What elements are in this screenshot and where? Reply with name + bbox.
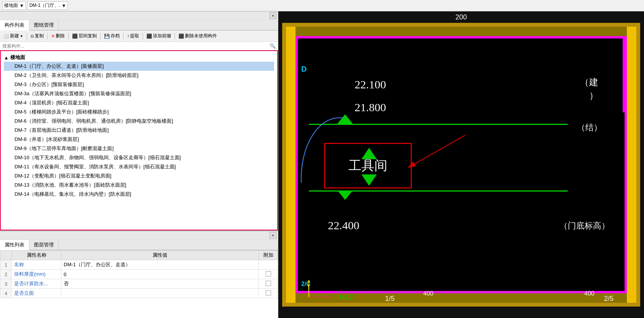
sep7 [175,33,175,40]
list-item[interactable]: DM-4（顶层机房）[细石混凝土面] [4,98,274,107]
top-bar: 楼地面 ▼ DM-1（门厅、. ▼ [0,0,644,11]
tab-attribute-list[interactable]: 属性列表 [0,240,29,250]
sep3 [68,33,69,40]
bottom-panel-close[interactable]: × [270,232,276,239]
new-icon: ⬜ [3,34,9,39]
floor-arrow: ▼ [19,3,24,8]
delete-button[interactable]: ✕ 删除 [49,32,67,40]
component-label: DM-1（门厅、. [29,2,60,9]
svg-marker-2 [361,174,377,186]
component-dropdown[interactable]: DM-1（门厅、. ▼ [27,2,68,10]
cad-right-strip [627,27,636,303]
search-bar: 🔍 [0,42,278,50]
cad-coord-axes: X Y [307,280,330,299]
sep5 [123,33,124,40]
attr-value[interactable]: 0 [61,270,259,279]
sep4 [100,33,101,40]
attr-name: 是否立面 [12,289,61,298]
cad-text-400-left: 400 [423,290,434,297]
list-item[interactable]: DM-13（消防水池、雨水蓄水池等）[面砖防水面层] [4,181,274,190]
cad-canvas: 200 D 22.100 （建 ） 21.800 （结） [278,11,644,318]
component-arrow: ▼ [62,3,66,8]
cad-panel[interactable]: 200 D 22.100 （建 ） 21.800 （结） [278,11,644,318]
checkbox[interactable] [266,281,271,286]
cad-dim-line [336,292,587,292]
svg-text:Y: Y [307,283,310,288]
floor-label: 楼地面 [4,2,18,9]
add-prefix-button[interactable]: ⬛ 添加前缀 [145,32,173,40]
col-header-attach: 附加 [259,251,278,260]
save-button[interactable]: 💾 存档 [102,32,122,40]
copy-button[interactable]: ⧉ 复制 [29,32,46,40]
new-button[interactable]: ⬜ 新建 ▼ [2,32,25,40]
list-item[interactable]: DM-3（办公区）[预留装修面层] [4,80,274,89]
tab-drawing-management[interactable]: 图纸管理 [29,20,59,30]
attr-value[interactable]: 否 [61,279,259,289]
delete-icon: ✕ [51,34,55,39]
svg-marker-8 [308,280,310,282]
checkbox[interactable] [266,290,271,296]
floor-dropdown[interactable]: 楼地面 ▼ [2,2,26,10]
svg-marker-3 [337,190,353,200]
delete-unused-button[interactable]: ⬛ 删除未使用构件 [177,32,219,40]
delete-unused-icon: ⬛ [178,34,184,39]
checkbox[interactable] [266,271,271,276]
extract-icon: ↑ [127,34,129,39]
attr-value[interactable] [61,289,259,298]
tree-root-label[interactable]: ▲ 楼地面 [4,53,274,62]
attr-attach [259,279,278,289]
cad-text-door-bottom: （门底标高） [559,220,610,232]
main-content: × 构件列表 图纸管理 ⬜ 新建 ▼ ⧉ 复制 ✕ 删除 [0,11,644,318]
list-item[interactable]: DM-8（井道）[水泥砂浆面层] [4,135,274,144]
room-copy-icon: ⬛ [72,34,78,39]
cad-left-strip [286,27,296,303]
list-item[interactable]: DM-6（消控室、强弱电间、弱电机房、通信机房）[防静电架空地板楼面] [4,117,274,126]
list-item[interactable]: DM-5（楼梯间踏步及平台）[面砖楼梯踏步] [4,107,274,117]
svg-text:X: X [329,295,330,299]
row-num: 1 [0,260,12,270]
col-header-num [0,251,12,260]
col-header-name: 属性名称 [12,251,61,260]
search-input[interactable] [2,43,270,49]
col-header-value: 属性值 [61,251,259,260]
search-icon[interactable]: 🔍 [270,43,276,49]
tab-component-list[interactable]: 构件列表 [0,20,29,30]
row-num: 4 [0,289,12,298]
attribute-table: 属性名称 属性值 附加 1 名称 DM-1（门厅、办公区、走道） [0,250,278,318]
row-num: 2 [0,270,12,279]
cad-text-m12: M1.2 [339,294,353,301]
attr-attach [259,260,278,270]
attr-attach [259,270,278,279]
bottom-close-row: × [0,231,278,240]
list-item[interactable]: DM-12（变配电房）[细石混凝土变配电房面] [4,171,274,181]
attr-name: 块料厚度(mm) [12,270,61,279]
extract-button[interactable]: ↑ 提取 [125,32,141,40]
table-row: 4 是否立面 [0,289,278,298]
panel-close-row: × [0,11,278,20]
cad-text-2-5: 2/5 [604,295,613,303]
list-item[interactable]: DM-9（地下二层停车库地面）[耐磨混凝土面] [4,144,274,153]
cad-door-arc [297,114,355,190]
table-row: 3 是否计算防水... 否 [0,279,278,289]
left-panel-close[interactable]: × [270,12,276,19]
tree-root: ▲ 楼地面 DM-1（门厅、办公区、走道）[装修面层] DM-2（卫生间、茶水间… [1,53,277,200]
list-item[interactable]: DM-10（地下无水机房、杂物间、强弱电间、设备区走廊等）[细石混凝土面] [4,153,274,162]
list-item[interactable]: DM-3a（活塞风井顶板位置楼面）[预留装修保温面层] [4,89,274,98]
cad-text-jian: （建 [580,76,598,88]
cad-green-triangle-bottom [337,190,353,202]
room-copy-button[interactable]: ⬛ 层间复制 [70,32,99,40]
list-item[interactable]: DM-11（有水设备间、报警阀室、消防水泵房、水表间等）[细石混凝土面] [4,162,274,171]
cad-text-200: 200 [455,13,467,21]
attr-value[interactable]: DM-1（门厅、办公区、走道） [61,260,259,270]
list-item[interactable]: DM-2（卫生间、茶水间等公共有水房间）[防滑地砖面层] [4,71,274,80]
sep2 [47,33,48,40]
component-tabs: 构件列表 图纸管理 [0,20,278,30]
list-item[interactable]: DM-7（首层地面出口通道）[防滑地砖地面] [4,126,274,135]
list-item[interactable]: DM-14（电梯基坑、集水坑、排水沟内壁）[防水面层] [4,190,274,199]
cad-text-21800: 21.800 [355,101,386,114]
cad-text-1-5: 1/5 [385,295,395,303]
list-item[interactable]: DM-1（门厅、办公区、走道）[装修面层] [4,62,274,71]
tab-layer-management[interactable]: 图层管理 [29,240,59,250]
cad-right-magenta-strip [623,36,626,112]
attr-name: 名称 [12,260,61,270]
